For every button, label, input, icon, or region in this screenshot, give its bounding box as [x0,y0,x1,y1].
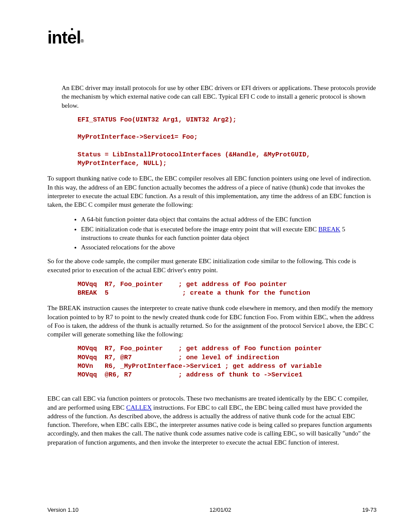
list-item: A 64-bit function pointer data object th… [81,215,377,224]
code-block-2: MOVqq R7, Foo_pointer ; get address of F… [78,280,377,298]
break-link[interactable]: BREAK [318,226,340,233]
page-footer: Version 1.10 12/01/02 19-73 [47,506,377,514]
footer-version: Version 1.10 [47,506,78,514]
paragraph-4: The BREAK instruction causes the interpr… [47,304,377,339]
bullet-list: A 64-bit function pointer data object th… [73,215,377,252]
paragraph-5: EBC can call EBC via function pointers o… [47,394,377,447]
list-item: Associated relocations for the above [81,243,377,252]
paragraph-1: An EBC driver may install protocols for … [62,84,377,110]
intel-logo: inte●l® [47,26,377,49]
callex-link[interactable]: CALLEX [126,404,152,411]
list-text: EBC initialization code that is executed… [81,226,318,233]
list-item: EBC initialization code that is executed… [81,225,377,243]
paragraph-3: So for the above code sample, the compil… [47,257,377,274]
footer-page: 19-73 [362,506,377,514]
code-block-3: MOVqq R7, Foo_pointer ; get address of F… [78,345,377,380]
paragraph-2: To support thunking native code to EBC, … [47,174,377,209]
code-block-1: EFI_STATUS Foo(UINT32 Arg1, UINT32 Arg2)… [78,116,377,168]
footer-date: 12/01/02 [209,506,231,514]
